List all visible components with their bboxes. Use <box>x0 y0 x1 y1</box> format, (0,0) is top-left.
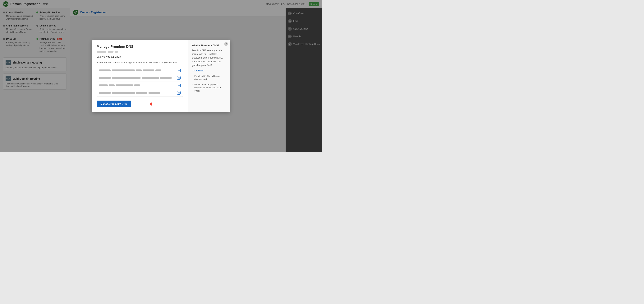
copy-button-ns2[interactable]: ⧉ <box>177 76 180 80</box>
ns-blur-ns1-0 <box>99 69 110 71</box>
arrow-indicator <box>134 102 152 106</box>
ns-blur-ns2-0 <box>99 77 110 79</box>
modal-sidebar: What is Premium DNS? Premium DNS keeps y… <box>188 40 230 112</box>
modal-sidebar-desc: Premium DNS keeps your site secure with … <box>192 49 226 67</box>
ns-blur-ns1-3 <box>143 69 154 71</box>
ns-blur-ns3-3 <box>134 84 140 86</box>
ns-blur-ns1-2 <box>136 69 142 71</box>
ns-value-ns4 <box>99 92 160 94</box>
ns-blur-ns1-4 <box>156 69 161 71</box>
ns-row-ns3: ⧉ <box>97 82 183 89</box>
modal-overlay: × Manage Premium DNS Expiry : Nov 02, 20… <box>0 0 322 152</box>
copy-button-ns3[interactable]: ⧉ <box>177 84 180 87</box>
copy-button-ns1[interactable]: ⧉ <box>177 69 180 72</box>
ns-blur-ns4-3 <box>148 92 160 94</box>
ns-blur-ns4-2 <box>136 92 148 94</box>
ns-value-ns2 <box>99 77 172 79</box>
expiry-label: Expiry : <box>96 55 105 58</box>
nameserver-list: ⧉⧉⧉⧉ <box>96 67 183 97</box>
modal-title: Manage Premium DNS <box>96 45 183 49</box>
ns-blur-ns4-1 <box>112 92 135 94</box>
ns-blur-ns4-0 <box>99 92 110 94</box>
modal-subtitle-bar <box>96 51 183 53</box>
expiry-date: Nov 02, 2023 <box>106 55 121 58</box>
modal-main: Manage Premium DNS Expiry : Nov 02, 2023… <box>92 40 188 112</box>
bullet-list: Premium DNS is valid upto domains expiry… <box>192 75 226 92</box>
ns-row-ns4: ⧉ <box>97 89 183 97</box>
bullet-item-1: Name server propagation requires 24-48 h… <box>192 83 226 92</box>
close-button[interactable]: × <box>224 42 228 46</box>
bullet-item-0: Premium DNS is valid upto domains expiry <box>192 75 226 81</box>
expiry-line: Expiry : Nov 02, 2023 <box>96 55 183 58</box>
ns-blur-ns2-2 <box>142 77 159 79</box>
copy-button-ns4[interactable]: ⧉ <box>177 91 180 95</box>
modal-dialog: × Manage Premium DNS Expiry : Nov 02, 20… <box>92 40 230 112</box>
ns-blur-ns1-1 <box>112 69 135 71</box>
blur3 <box>115 51 118 53</box>
blur1 <box>96 51 106 53</box>
manage-premium-dns-button[interactable]: Manage Premium DNS <box>96 101 131 107</box>
learn-more-link[interactable]: Learn More <box>192 69 203 72</box>
ns-value-ns1 <box>99 69 161 71</box>
ns-blur-ns2-1 <box>112 77 140 79</box>
ns-value-ns3 <box>99 84 140 86</box>
modal-sidebar-title: What is Premium DNS? <box>192 44 226 47</box>
blur2 <box>108 51 114 53</box>
manage-btn-row: Manage Premium DNS <box>96 101 183 107</box>
ns-row-ns2: ⧉ <box>97 74 183 82</box>
ns-blur-ns3-0 <box>99 84 108 86</box>
ns-desc: Name Servers required to manage your Pre… <box>96 61 183 64</box>
ns-blur-ns3-2 <box>116 84 133 86</box>
ns-blur-ns2-3 <box>160 77 172 79</box>
ns-row-ns1: ⧉ <box>97 67 183 74</box>
ns-blur-ns3-1 <box>109 84 114 86</box>
